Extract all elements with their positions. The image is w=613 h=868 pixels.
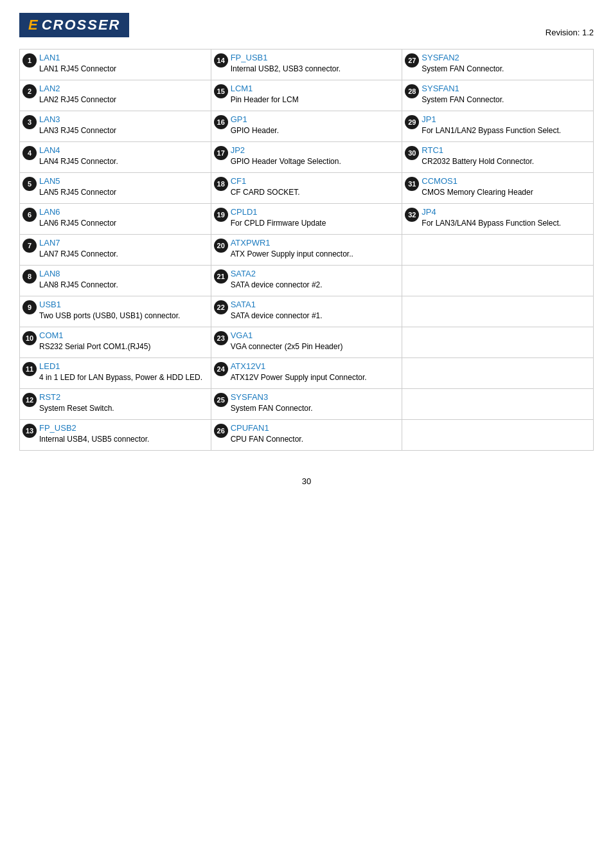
table-cell: 7LAN7LAN7 RJ45 Connector. [20, 235, 211, 266]
cell-content: SYSFAN2System FAN Connector. [422, 53, 504, 74]
table-cell [402, 266, 594, 296]
item-desc: CR2032 Battery Hold Connector. [422, 156, 534, 167]
item-badge: 25 [214, 393, 228, 407]
cell-content: COM1RS232 Serial Port COM1.(RJ45) [39, 330, 150, 352]
page-number: 30 [302, 476, 311, 486]
item-badge: 24 [214, 362, 228, 376]
item-desc: System FAN Connector. [231, 403, 313, 413]
cell-content: RST2System Reset Switch. [39, 392, 114, 413]
item-desc: LAN4 RJ45 Connector. [39, 156, 118, 167]
item-title: RTC1 [422, 145, 534, 156]
item-desc: RS232 Serial Port COM1.(RJ45) [39, 341, 150, 352]
item-desc: ATX12V Power Supply input Connector. [231, 372, 367, 383]
table-cell: 12RST2System Reset Switch. [20, 389, 211, 420]
item-desc: LAN2 RJ45 Connector [39, 95, 116, 105]
item-badge: 21 [214, 269, 228, 284]
item-badge: 11 [22, 362, 37, 376]
table-cell: 9USB1Two USB ports (USB0, USB1) connecto… [20, 296, 211, 327]
item-badge: 20 [214, 239, 228, 253]
item-title: JP2 [231, 145, 341, 156]
item-title: LAN1 [39, 53, 116, 64]
table-cell: 24ATX12V1ATX12V Power Supply input Conne… [211, 358, 403, 389]
item-title: LAN8 [39, 269, 118, 280]
table-cell: 27SYSFAN2System FAN Connector. [402, 50, 594, 80]
item-title: ATXPWR1 [231, 238, 353, 249]
item-badge: 27 [405, 53, 419, 68]
item-badge: 8 [22, 269, 37, 284]
item-title: LAN4 [39, 145, 118, 156]
item-desc: CMOS Memory Clearing Header [422, 187, 533, 197]
item-title: CF1 [231, 176, 300, 187]
item-badge: 2 [22, 84, 37, 98]
item-desc: System Reset Switch. [39, 403, 114, 413]
item-badge: 1 [22, 53, 37, 68]
cell-content: SATA2SATA device connector #2. [231, 269, 323, 290]
page-header: E CROSSER Revision: 1.2 [19, 13, 594, 37]
table-cell [402, 327, 594, 358]
table-cell: 1LAN1LAN1 RJ45 Connector [20, 50, 211, 80]
item-title: JP4 [422, 207, 561, 218]
item-desc: LAN6 RJ45 Connector [39, 218, 116, 228]
cell-content: JP2GPIO Header Voltage Selection. [231, 145, 341, 167]
item-title: CPUFAN1 [231, 423, 303, 434]
logo-box: E CROSSER [19, 13, 129, 37]
item-desc: Internal USB2, USB3 connector. [231, 64, 341, 74]
item-desc: System FAN Connector. [422, 64, 504, 74]
page-footer: 30 [19, 476, 594, 486]
item-desc: LAN7 RJ45 Connector. [39, 249, 118, 259]
item-badge: 3 [22, 115, 37, 129]
item-desc: ATX Power Supply input connector.. [231, 249, 353, 259]
table-cell [402, 235, 594, 266]
table-cell: 26CPUFAN1CPU FAN Connector. [211, 420, 403, 451]
cell-content: SYSFAN1System FAN Connector. [422, 84, 504, 105]
item-badge: 18 [214, 177, 228, 191]
item-title: LCM1 [231, 84, 299, 95]
cell-content: LAN4LAN4 RJ45 Connector. [39, 145, 118, 167]
table-cell: 3LAN3LAN3 RJ45 Connector [20, 111, 211, 142]
item-badge: 17 [214, 146, 228, 160]
cell-content: SYSFAN3System FAN Connector. [231, 392, 313, 413]
cell-content: LAN2LAN2 RJ45 Connector [39, 84, 116, 105]
table-cell: 13FP_USB2Internal USB4, USB5 connector. [20, 420, 211, 451]
item-desc: CF CARD SOCKET. [231, 187, 300, 197]
item-title: LED1 [39, 361, 202, 372]
item-title: LAN7 [39, 238, 118, 249]
table-cell: 31CCMOS1CMOS Memory Clearing Header [402, 173, 594, 204]
table-cell: 23VGA1VGA connecter (2x5 Pin Header) [211, 327, 403, 358]
item-desc: LAN5 RJ45 Connector [39, 187, 116, 197]
item-badge: 13 [22, 424, 37, 438]
cell-content: LAN1LAN1 RJ45 Connector [39, 53, 116, 74]
item-desc: SATA device connector #1. [231, 311, 323, 321]
item-badge: 12 [22, 393, 37, 407]
item-title: FP_USB2 [39, 423, 149, 434]
item-badge: 9 [22, 300, 37, 314]
item-title: LAN2 [39, 84, 116, 95]
logo-e-icon: E [28, 17, 38, 33]
item-title: FP_USB1 [231, 53, 341, 64]
item-badge: 15 [214, 84, 228, 98]
cell-content: SATA1SATA device connector #1. [231, 300, 323, 321]
item-desc: System FAN Connector. [422, 95, 504, 105]
cell-content: LED14 in 1 LED for LAN Bypass, Power & H… [39, 361, 202, 383]
table-cell: 28SYSFAN1System FAN Connector. [402, 80, 594, 111]
item-badge: 29 [405, 115, 419, 129]
table-cell [402, 389, 594, 420]
item-title: LAN6 [39, 207, 116, 218]
table-cell: 29JP1For LAN1/LAN2 Bypass Function Selec… [402, 111, 594, 142]
item-desc: For LAN1/LAN2 Bypass Function Select. [422, 125, 561, 136]
item-desc: LAN3 RJ45 Connector [39, 125, 116, 136]
item-title: CCMOS1 [422, 176, 533, 187]
cell-content: USB1Two USB ports (USB0, USB1) connector… [39, 300, 180, 321]
table-cell: 6LAN6LAN6 RJ45 Connector [20, 204, 211, 235]
item-title: COM1 [39, 330, 150, 341]
item-desc: 4 in 1 LED for LAN Bypass, Power & HDD L… [39, 372, 202, 383]
item-title: SATA1 [231, 300, 323, 311]
cell-content: LAN8LAN8 RJ45 Connector. [39, 269, 118, 290]
item-title: LAN5 [39, 176, 116, 187]
cell-content: LCM1Pin Header for LCM [231, 84, 299, 105]
item-desc: Two USB ports (USB0, USB1) connector. [39, 311, 180, 321]
item-title: ATX12V1 [231, 361, 367, 372]
item-title: SYSFAN1 [422, 84, 504, 95]
cell-content: JP4For LAN3/LAN4 Bypass Function Select. [422, 207, 561, 228]
table-cell: 14FP_USB1Internal USB2, USB3 connector. [211, 50, 403, 80]
